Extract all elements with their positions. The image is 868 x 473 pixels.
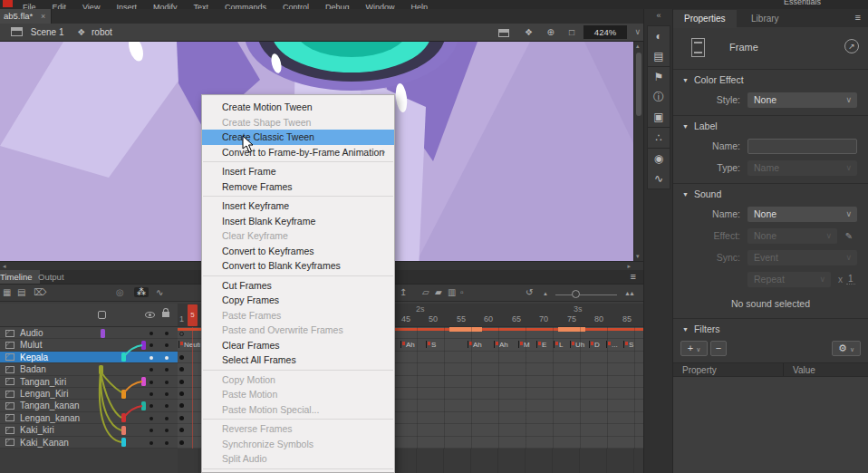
onion-range-icon[interactable]: ▫ — [460, 287, 464, 297]
align-panel-icon[interactable]: ⚑ — [648, 67, 670, 87]
new-folder-icon[interactable]: ▤ — [17, 287, 25, 297]
menu-window[interactable]: Window — [366, 3, 395, 9]
breadcrumb-scene[interactable]: Scene 1 — [31, 27, 64, 37]
tab-library[interactable]: Library — [740, 10, 790, 28]
visibility-dot[interactable] — [149, 392, 153, 396]
filter-options-button[interactable]: ⚙ ∨ — [832, 341, 861, 356]
sound-name-dropdown[interactable]: None ∨ — [747, 207, 857, 222]
parent-marker[interactable] — [121, 438, 126, 447]
frame-zoom-slider[interactable] — [555, 294, 617, 295]
parent-marker[interactable] — [141, 377, 146, 386]
tab-output[interactable]: Output — [31, 270, 72, 284]
edit-symbols-icon[interactable]: ❖ — [525, 27, 533, 37]
outline-column-icon[interactable] — [98, 311, 106, 319]
lock-dot[interactable] — [165, 356, 169, 360]
menu-item-convert-to-keyframes[interactable]: Convert to Keyframes — [202, 244, 394, 259]
help-link-icon[interactable]: ↗ — [844, 39, 859, 53]
menu-item-create-motion-tween[interactable]: Create Motion Tween — [202, 100, 394, 115]
menu-help[interactable]: Help — [411, 3, 429, 9]
swatches-panel-icon[interactable]: ◐ — [648, 26, 670, 46]
parent-marker[interactable] — [121, 352, 126, 362]
export-frames-icon[interactable]: ↥ — [400, 287, 407, 297]
menu-debug[interactable]: Debug — [325, 3, 350, 9]
lock-dot[interactable] — [165, 381, 169, 384]
menu-view[interactable]: View — [82, 3, 100, 9]
add-filter-button[interactable]: + ∨ — [680, 341, 708, 356]
timeline-panel-menu-icon[interactable]: ≡ — [631, 271, 636, 282]
collapse-panels-icon[interactable]: « — [644, 11, 673, 20]
zoom-level-field[interactable]: 424% — [583, 25, 627, 39]
lock-dot[interactable] — [165, 404, 169, 408]
playhead[interactable]: 5 — [188, 304, 198, 326]
eye-icon[interactable] — [145, 312, 155, 318]
lock-dot[interactable] — [165, 368, 169, 372]
menu-commands[interactable]: Commands — [225, 3, 266, 9]
parent-marker[interactable] — [121, 426, 126, 435]
visibility-dot[interactable] — [149, 332, 153, 335]
menu-item-convert-to-blank-keyframes[interactable]: Convert to Blank Keyframes — [202, 258, 394, 274]
reset-zoom-icon[interactable]: ↺ — [526, 287, 533, 297]
scroll-up-icon[interactable]: ▴ — [636, 43, 640, 50]
menu-edit[interactable]: Edit — [53, 3, 67, 9]
delete-layer-icon[interactable]: ⌦ — [34, 287, 46, 297]
menu-item-remove-frames[interactable]: Remove Frames — [202, 179, 394, 195]
center-stage-icon[interactable]: ⊕ — [547, 27, 555, 37]
parent-marker[interactable] — [121, 390, 126, 399]
menu-file[interactable]: File — [23, 3, 36, 9]
parent-view-icon[interactable]: ⁂ — [134, 287, 149, 297]
camera-icon[interactable]: ◎ — [116, 287, 124, 297]
menu-text[interactable]: Text — [193, 3, 208, 9]
parent-marker[interactable] — [99, 365, 103, 374]
filters-header[interactable]: ▼Filters — [673, 319, 868, 337]
panel-menu-icon[interactable]: ≡ — [855, 12, 861, 23]
zoom-in-frames-icon[interactable]: ▲▲ — [624, 290, 633, 296]
onion-skin-outline-icon[interactable]: ▰ — [435, 287, 442, 297]
parent-marker[interactable] — [121, 413, 126, 422]
clip-content-icon[interactable]: □ — [569, 27, 574, 37]
scroll-left-icon[interactable]: ◂ — [3, 263, 6, 270]
zoom-dropdown-caret[interactable]: ∨ — [634, 27, 641, 36]
breadcrumb-symbol[interactable]: robot — [92, 27, 112, 37]
menu-item-insert-blank-keyframe[interactable]: Insert Blank Keyframe — [202, 214, 394, 229]
graph-view-icon[interactable]: ∿ — [156, 287, 163, 297]
brushes-panel-icon[interactable]: ∴ — [648, 128, 670, 148]
scroll-thumb[interactable] — [636, 53, 641, 116]
close-icon[interactable]: × — [41, 12, 45, 21]
scroll-right-icon[interactable]: ▸ — [627, 263, 631, 270]
visibility-dot[interactable] — [149, 404, 153, 408]
visibility-dot[interactable] — [149, 356, 153, 360]
onion-skin-icon[interactable]: ▱ — [422, 287, 429, 297]
menu-item-insert-frame[interactable]: Insert Frame — [202, 164, 394, 179]
edit-sound-envelope-icon[interactable]: ✎ — [841, 228, 857, 244]
visibility-dot[interactable] — [149, 343, 153, 347]
workspace-switcher[interactable]: Essentials — [784, 0, 821, 6]
stage-vertical-scrollbar[interactable]: ▴ ▾ — [633, 42, 643, 261]
lock-dot[interactable] — [165, 392, 169, 396]
frame-zoom-knob[interactable] — [572, 290, 580, 298]
menu-modify[interactable]: Modify — [153, 3, 178, 9]
motion-editor-panel-icon[interactable]: ∿ — [648, 169, 670, 188]
menu-insert[interactable]: Insert — [116, 3, 137, 9]
visibility-dot[interactable] — [149, 441, 153, 445]
menu-item-insert-keyframe[interactable]: Insert Keyframe — [202, 198, 394, 214]
zoom-out-frames-icon[interactable]: ▲ — [543, 291, 548, 296]
lock-dot[interactable] — [165, 429, 169, 432]
menu-item-cut-frames[interactable]: Cut Frames — [202, 278, 394, 294]
parent-marker[interactable] — [141, 341, 146, 350]
lock-icon[interactable] — [162, 312, 169, 317]
menu-item-convert-frame-by-frame[interactable]: Convert to Frame-by-Frame Animation › — [202, 145, 394, 160]
lock-dot[interactable] — [165, 343, 169, 347]
frame-name-input[interactable] — [747, 139, 857, 154]
menu-control[interactable]: Control — [283, 3, 309, 9]
visibility-dot[interactable] — [149, 381, 153, 384]
lock-dot[interactable] — [165, 441, 169, 445]
color-effect-header[interactable]: ▼Color Effect — [673, 70, 868, 88]
parent-marker[interactable] — [101, 329, 105, 338]
lock-dot[interactable] — [165, 332, 169, 335]
menu-item-copy-frames[interactable]: Copy Frames — [202, 293, 394, 308]
parent-marker[interactable] — [141, 401, 146, 410]
edit-multiple-frames-icon[interactable]: ▥ — [448, 287, 456, 297]
transform-panel-icon[interactable]: ▣ — [648, 107, 670, 127]
menu-item-create-classic-tween[interactable]: Create Classic Tween — [202, 130, 394, 145]
tab-properties[interactable]: Properties — [673, 10, 737, 28]
